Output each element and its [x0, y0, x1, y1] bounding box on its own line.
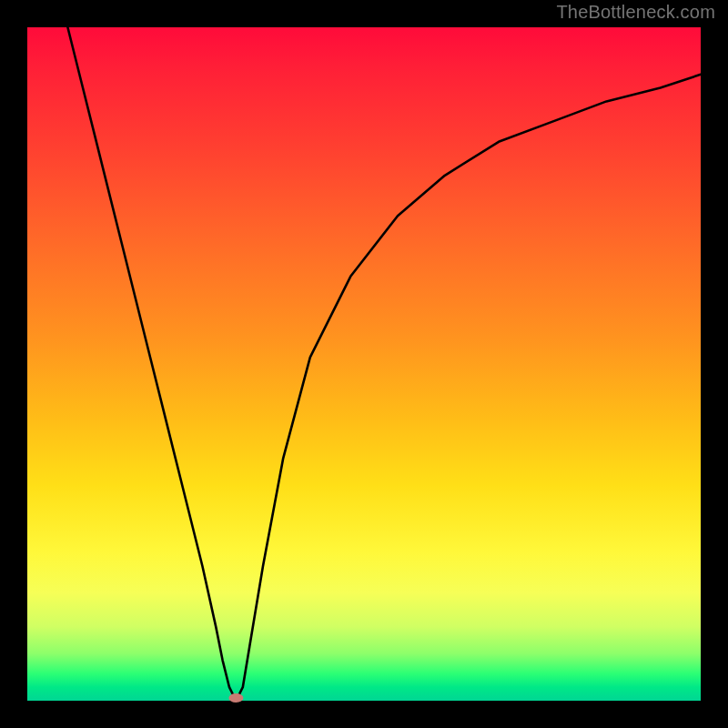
notch-marker	[228, 693, 243, 703]
watermark-text: TheBottleneck.com	[556, 2, 715, 23]
plot-area	[27, 27, 701, 701]
bottleneck-curve	[27, 27, 701, 701]
chart-frame: TheBottleneck.com	[0, 0, 728, 728]
curve-path	[67, 27, 701, 701]
